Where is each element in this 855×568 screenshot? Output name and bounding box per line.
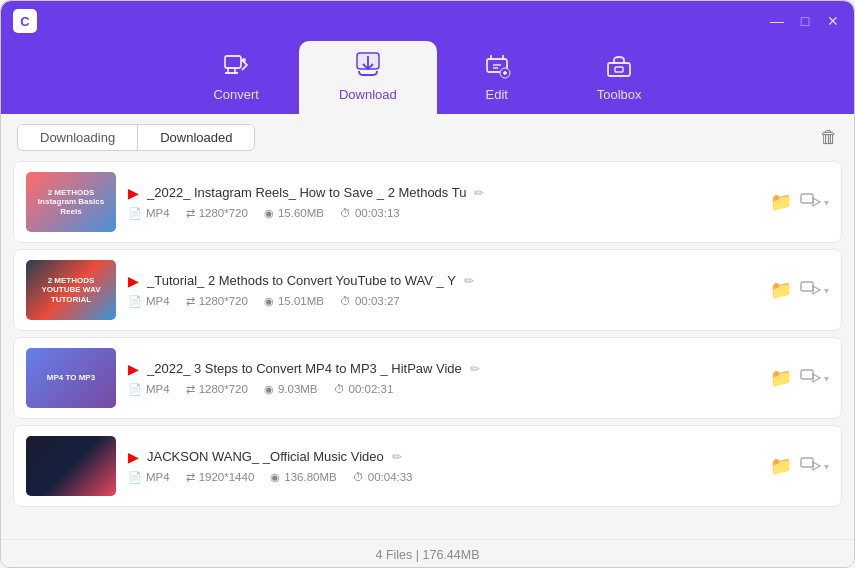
chevron-down-icon: ▾ bbox=[824, 285, 829, 296]
file-size: 9.03MB bbox=[278, 383, 318, 395]
format-icon: 📄 bbox=[128, 471, 142, 484]
list-item: 2 METHODS YOUTUBE WAV TUTORIAL ▶ _Tutori… bbox=[13, 249, 842, 331]
file-size: 15.60MB bbox=[278, 207, 324, 219]
file-duration: 00:03:13 bbox=[355, 207, 400, 219]
size-icon: ◉ bbox=[264, 295, 274, 308]
file-format: MP4 bbox=[146, 383, 170, 395]
file-info: ▶ JACKSON WANG_ _Official Music Video ✏ … bbox=[128, 449, 758, 484]
resolution-icon: ⇄ bbox=[186, 471, 195, 484]
svg-rect-2 bbox=[357, 53, 379, 69]
file-resolution: 1920*1440 bbox=[199, 471, 255, 483]
open-folder-button[interactable]: 📁 bbox=[770, 367, 792, 389]
tab-convert[interactable]: Convert bbox=[173, 41, 299, 114]
file-actions: 📁 ▾ bbox=[770, 367, 829, 389]
duration-icon: ⏱ bbox=[334, 383, 345, 395]
sub-tabs: Downloading Downloaded bbox=[17, 124, 255, 151]
svg-rect-6 bbox=[615, 67, 623, 72]
list-item: ▶ JACKSON WANG_ _Official Music Video ✏ … bbox=[13, 425, 842, 507]
convert-button[interactable]: ▾ bbox=[800, 367, 829, 389]
file-resolution: 1280*720 bbox=[199, 295, 248, 307]
svg-rect-7 bbox=[801, 194, 813, 203]
svg-rect-9 bbox=[801, 370, 813, 379]
duration-icon: ⏱ bbox=[340, 295, 351, 307]
open-folder-button[interactable]: 📁 bbox=[770, 455, 792, 477]
file-actions: 📁 ▾ bbox=[770, 455, 829, 477]
duration-icon: ⏱ bbox=[353, 471, 364, 483]
edit-title-icon[interactable]: ✏ bbox=[392, 450, 402, 464]
resolution-icon: ⇄ bbox=[186, 383, 195, 396]
tab-toolbox[interactable]: Toolbox bbox=[557, 41, 682, 114]
open-folder-button[interactable]: 📁 bbox=[770, 279, 792, 301]
delete-all-button[interactable]: 🗑 bbox=[820, 127, 838, 148]
file-info: ▶ _2022_ 3 Steps to Convert MP4 to MP3 _… bbox=[128, 361, 758, 396]
edit-title-icon[interactable]: ✏ bbox=[474, 186, 484, 200]
file-size: 15.01MB bbox=[278, 295, 324, 307]
youtube-icon: ▶ bbox=[128, 185, 139, 201]
duration-icon: ⏱ bbox=[340, 207, 351, 219]
open-folder-button[interactable]: 📁 bbox=[770, 191, 792, 213]
file-actions: 📁 ▾ bbox=[770, 191, 829, 213]
thumbnail: MP4 TO MP3 bbox=[26, 348, 116, 408]
app-logo: C bbox=[13, 9, 37, 33]
tab-toolbox-label: Toolbox bbox=[597, 87, 642, 102]
youtube-icon: ▶ bbox=[128, 361, 139, 377]
file-format: MP4 bbox=[146, 295, 170, 307]
convert-button[interactable]: ▾ bbox=[800, 455, 829, 477]
tab-edit[interactable]: Edit bbox=[437, 41, 557, 114]
close-button[interactable]: ✕ bbox=[824, 12, 842, 30]
svg-rect-10 bbox=[801, 458, 813, 467]
titlebar: C — □ ✕ bbox=[1, 1, 854, 41]
chevron-down-icon: ▾ bbox=[824, 373, 829, 384]
svg-rect-8 bbox=[801, 282, 813, 291]
file-duration: 00:02:31 bbox=[349, 383, 394, 395]
minimize-button[interactable]: — bbox=[768, 12, 786, 30]
sub-tab-downloading[interactable]: Downloading bbox=[18, 125, 138, 150]
file-duration: 00:04:33 bbox=[368, 471, 413, 483]
convert-icon bbox=[222, 51, 250, 83]
file-resolution: 1280*720 bbox=[199, 207, 248, 219]
size-icon: ◉ bbox=[264, 383, 274, 396]
resolution-icon: ⇄ bbox=[186, 295, 195, 308]
format-icon: 📄 bbox=[128, 207, 142, 220]
file-title: _2022_ Instagram Reels_ How to Save _ 2 … bbox=[147, 185, 466, 200]
thumbnail bbox=[26, 436, 116, 496]
file-title: _2022_ 3 Steps to Convert MP4 to MP3 _ H… bbox=[147, 361, 462, 376]
file-info: ▶ _Tutorial_ 2 Methods to Convert YouTub… bbox=[128, 273, 758, 308]
tab-download[interactable]: Download bbox=[299, 41, 437, 114]
format-icon: 📄 bbox=[128, 295, 142, 308]
file-title: _Tutorial_ 2 Methods to Convert YouTube … bbox=[147, 273, 456, 288]
resolution-icon: ⇄ bbox=[186, 207, 195, 220]
window-controls: — □ ✕ bbox=[768, 12, 842, 30]
svg-rect-0 bbox=[225, 56, 241, 68]
nav-tabs: Convert Download Edit bbox=[1, 41, 854, 114]
svg-rect-5 bbox=[608, 63, 630, 76]
youtube-icon: ▶ bbox=[128, 449, 139, 465]
file-duration: 00:03:27 bbox=[355, 295, 400, 307]
edit-title-icon[interactable]: ✏ bbox=[470, 362, 480, 376]
file-meta: 📄 MP4 ⇄ 1280*720 ◉ 15.01MB ⏱ 00:03:27 bbox=[128, 295, 758, 308]
format-icon: 📄 bbox=[128, 383, 142, 396]
file-meta: 📄 MP4 ⇄ 1920*1440 ◉ 136.80MB ⏱ 00:04:33 bbox=[128, 471, 758, 484]
youtube-icon: ▶ bbox=[128, 273, 139, 289]
file-title: JACKSON WANG_ _Official Music Video bbox=[147, 449, 384, 464]
thumbnail: 2 METHODS YOUTUBE WAV TUTORIAL bbox=[26, 260, 116, 320]
file-size: 136.80MB bbox=[284, 471, 336, 483]
thumbnail: 2 METHODS Instagram Basics Reels bbox=[26, 172, 116, 232]
maximize-button[interactable]: □ bbox=[796, 12, 814, 30]
convert-button[interactable]: ▾ bbox=[800, 191, 829, 213]
sub-tab-downloaded[interactable]: Downloaded bbox=[138, 125, 254, 150]
size-icon: ◉ bbox=[270, 471, 280, 484]
file-meta: 📄 MP4 ⇄ 1280*720 ◉ 15.60MB ⏱ 00:03:13 bbox=[128, 207, 758, 220]
content-area: Downloading Downloaded 🗑 2 METHODS Insta… bbox=[1, 114, 854, 568]
tab-download-label: Download bbox=[339, 87, 397, 102]
convert-button[interactable]: ▾ bbox=[800, 279, 829, 301]
tab-convert-label: Convert bbox=[213, 87, 259, 102]
footer-summary: 4 Files | 176.44MB bbox=[1, 539, 854, 568]
size-icon: ◉ bbox=[264, 207, 274, 220]
toolbox-icon bbox=[605, 51, 633, 83]
edit-title-icon[interactable]: ✏ bbox=[464, 274, 474, 288]
file-list: 2 METHODS Instagram Basics Reels ▶ _2022… bbox=[1, 161, 854, 539]
download-icon bbox=[354, 51, 382, 83]
list-item: 2 METHODS Instagram Basics Reels ▶ _2022… bbox=[13, 161, 842, 243]
sub-tabs-row: Downloading Downloaded 🗑 bbox=[1, 114, 854, 161]
